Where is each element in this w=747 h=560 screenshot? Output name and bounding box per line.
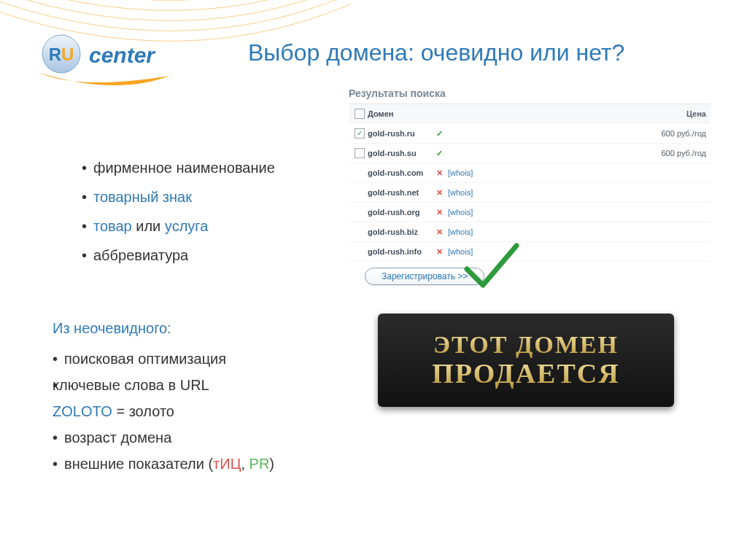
zoloto-example: ZOLOTO = золото [53,398,315,424]
bullet-domain-age: возраст домена [53,424,315,451]
rucenter-logo: RU center [36,29,204,90]
cross-icon: ✕ [430,208,448,217]
cross-icon: ✕ [430,168,448,178]
whois-link[interactable]: [whois] [448,188,473,197]
row-domain: gold-rush.org [368,208,430,217]
table-row: gold-rush.org✕[whois] [349,203,711,222]
bullet-trademark: товарный знак [82,182,344,211]
check-icon: ✓ [430,149,448,158]
check-icon: ✓ [430,129,448,139]
whois-link[interactable]: [whois] [448,208,473,217]
whois-link[interactable]: [whois] [448,168,473,177]
bullet-product-service: товар или услуга [82,211,344,241]
search-results-panel: Результаты поиска Домен Цена ✓gold-rush.… [349,88,711,285]
row-checkbox[interactable] [355,148,365,158]
header-domain: Домен [368,109,430,118]
logo-center-text: center [89,43,156,67]
forsale-line1: ЭТОТ ДОМЕН [433,331,619,358]
bullet-seo: поисковая оптимизация [53,346,315,372]
row-domain: gold-rush.biz [368,228,430,236]
whois-link[interactable]: [whois] [448,228,473,236]
bullet-company-name: фирменное наименование [82,153,344,182]
register-button[interactable]: Зарегистрировать >> [365,268,484,285]
search-results-title: Результаты поиска [349,88,711,99]
row-domain: gold-rush.info [368,247,430,256]
cross-icon: ✕ [430,247,448,257]
select-all-checkbox[interactable] [355,109,365,119]
table-row: gold-rush.su✓600 руб./год [349,144,711,163]
bullet-keywords: ключевые слова в URL [53,372,315,398]
table-row: gold-rush.net✕[whois] [349,183,711,203]
table-row: ✓gold-rush.ru✓600 руб./год [349,124,711,144]
nonobvious-heading: Из неочевидного: [53,315,315,341]
svg-text:RU: RU [49,44,74,64]
row-domain: gold-rush.ru [368,129,430,138]
table-row: gold-rush.biz✕[whois] [349,222,711,242]
domain-table: Домен Цена ✓gold-rush.ru✓600 руб./годgol… [349,104,711,262]
row-domain: gold-rush.su [368,149,430,158]
cross-icon: ✕ [430,228,448,237]
slide-title: Выбор домена: очевидно или нет? [248,39,718,66]
whois-link[interactable]: [whois] [448,247,473,256]
bullet-external: внешние показатели (тИЦ, PR) [53,451,315,477]
row-price: 600 руб./год [661,129,706,138]
table-row: gold-rush.info✕[whois] [349,242,711,262]
table-header: Домен Цена [349,104,711,124]
bullet-list-nonobvious: Из неочевидного: поисковая оптимизация к… [53,315,315,477]
row-domain: gold-rush.com [368,168,430,177]
header-price: Цена [686,109,706,118]
row-domain: gold-rush.net [368,188,430,197]
row-checkbox[interactable]: ✓ [355,128,365,139]
table-row: gold-rush.com✕[whois] [349,163,711,183]
bullet-abbrev: аббревиатура [82,241,344,270]
domain-for-sale-banner: ЭТОТ ДОМЕН ПРОДАЕТСЯ [378,314,674,407]
bullet-list-obvious: фирменное наименование товарный знак тов… [53,153,344,270]
cross-icon: ✕ [430,188,448,198]
forsale-line2: ПРОДАЕТСЯ [432,359,619,389]
row-price: 600 руб./год [661,149,706,158]
